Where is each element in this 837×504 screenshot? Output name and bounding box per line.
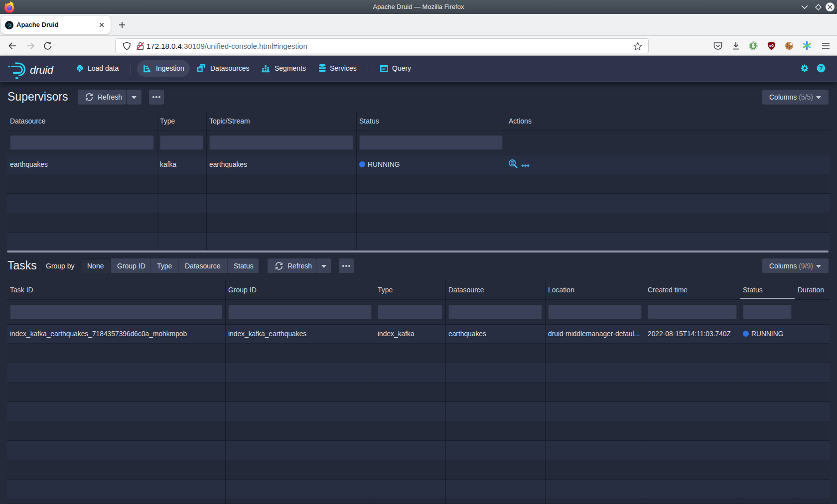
svg-text:uO: uO [769, 44, 774, 47]
svg-text:?: ? [819, 65, 823, 72]
